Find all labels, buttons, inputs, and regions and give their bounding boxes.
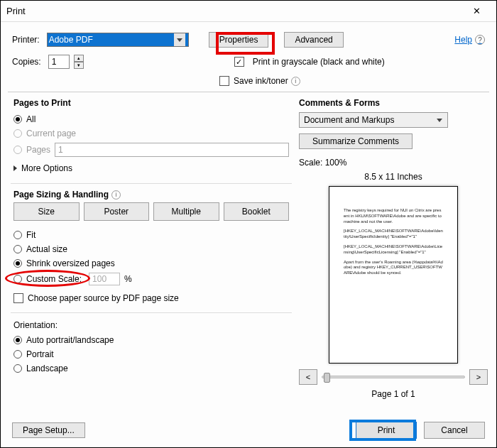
orientation-title: Orientation:	[13, 320, 289, 330]
titlebar: Print ✕	[1, 1, 496, 22]
chevron-right-icon	[13, 165, 17, 171]
zoom-slider[interactable]	[322, 376, 465, 378]
radio-portrait[interactable]: Portrait	[13, 349, 289, 359]
print-dialog: Print ✕ Printer: Adobe PDF Properties Ad…	[0, 0, 497, 448]
radio-actual-size[interactable]: Actual size	[13, 244, 289, 254]
grayscale-checkbox[interactable]: ✓	[234, 57, 244, 67]
slider-thumb[interactable]	[324, 373, 330, 383]
summarize-comments-button[interactable]: Summarize Comments	[299, 133, 413, 149]
grayscale-label: Print in grayscale (black and white)	[253, 57, 385, 67]
help-icon: ?	[475, 35, 485, 45]
comments-forms-title: Comments & Forms	[299, 98, 488, 108]
radio-landscape[interactable]: Landscape	[13, 364, 289, 373]
cancel-button[interactable]: Cancel	[424, 422, 485, 439]
scale-readout: Scale: 100%	[299, 158, 488, 168]
next-page-button[interactable]: >	[469, 369, 488, 385]
radio-auto-orientation[interactable]: Auto portrait/landscape	[13, 335, 289, 345]
tab-multiple[interactable]: Multiple	[153, 202, 219, 221]
copies-row: Copies: ▲ ▼ ✓ Print in grayscale (black …	[1, 50, 496, 76]
help-link[interactable]: Help ?	[454, 35, 485, 45]
radio-current-page: Current page	[13, 129, 289, 138]
page-setup-button[interactable]: Page Setup...	[12, 422, 85, 438]
printer-label: Printer:	[12, 35, 40, 45]
copies-input[interactable]	[48, 55, 70, 69]
window-title: Print	[6, 6, 26, 16]
custom-scale-input[interactable]	[89, 273, 120, 285]
copies-spinner[interactable]: ▲ ▼	[74, 55, 84, 69]
properties-button[interactable]: Properties	[209, 32, 269, 48]
radio-all[interactable]: All	[13, 114, 289, 124]
radio-fit[interactable]: Fit	[13, 230, 289, 240]
radio-custom-scale[interactable]: Custom Scale: %	[13, 273, 289, 285]
printer-select[interactable]: Adobe PDF	[47, 33, 189, 47]
pages-to-print-title: Pages to Print	[13, 98, 289, 108]
printer-value: Adobe PDF	[49, 35, 93, 45]
choose-paper-checkbox[interactable]	[13, 293, 23, 303]
tab-size[interactable]: Size	[13, 202, 80, 221]
tab-poster[interactable]: Poster	[84, 202, 150, 221]
page-preview: The registry keys required for NUI on Ci…	[329, 186, 458, 364]
pages-input[interactable]	[55, 143, 289, 157]
sizing-title: Page Sizing & Handling	[13, 190, 109, 200]
info-icon[interactable]: i	[291, 77, 300, 86]
footer: Page Setup... Print Cancel	[1, 416, 496, 447]
tab-booklet[interactable]: Booklet	[224, 202, 290, 221]
choose-paper-source[interactable]: Choose paper source by PDF page size	[13, 293, 289, 303]
printer-row: Printer: Adobe PDF Properties Advanced H…	[1, 22, 496, 50]
sizing-tabs: Size Poster Multiple Booklet	[13, 202, 289, 221]
print-button[interactable]: Print	[356, 422, 417, 439]
radio-pages[interactable]: Pages	[13, 143, 289, 157]
info-icon[interactable]: i	[111, 190, 121, 200]
close-icon[interactable]: ✕	[462, 6, 491, 16]
chevron-down-icon[interactable]	[433, 113, 446, 127]
preview-nav: < >	[299, 369, 488, 385]
paper-size: 8.5 x 11 Inches	[299, 172, 488, 182]
advanced-button[interactable]: Advanced	[284, 32, 343, 48]
spinner-down-icon[interactable]: ▼	[74, 62, 84, 69]
spinner-up-icon[interactable]: ▲	[74, 55, 84, 62]
radio-shrink[interactable]: Shrink oversized pages	[13, 258, 289, 268]
chevron-down-icon[interactable]	[174, 33, 185, 46]
comments-forms-select[interactable]: Document and Markups	[299, 112, 448, 128]
prev-page-button[interactable]: <	[299, 369, 317, 385]
save-ink-checkbox[interactable]	[219, 76, 229, 86]
page-indicator: Page 1 of 1	[299, 389, 488, 399]
more-options[interactable]: More Options	[13, 163, 289, 173]
copies-label: Copies:	[12, 57, 41, 67]
save-ink-label: Save ink/toner	[234, 76, 288, 86]
